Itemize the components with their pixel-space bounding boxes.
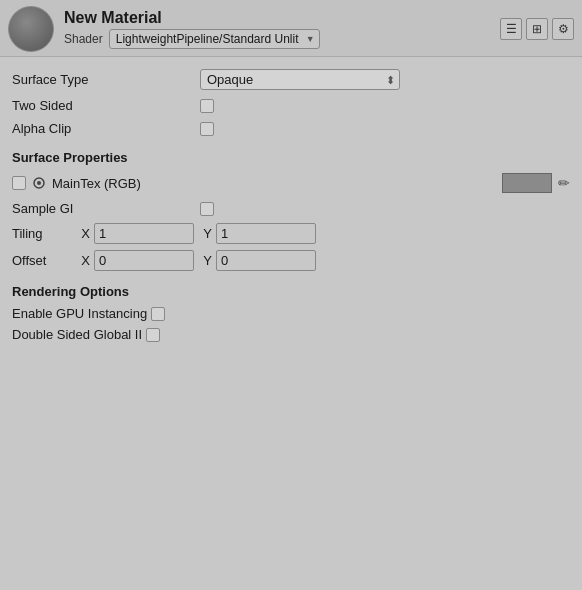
- tiling-x-input[interactable]: [94, 223, 194, 244]
- two-sided-label: Two Sided: [12, 98, 192, 113]
- surface-type-label: Surface Type: [12, 72, 192, 87]
- material-list-icon[interactable]: ☰: [500, 18, 522, 40]
- surface-properties-heading: Surface Properties: [12, 140, 570, 169]
- offset-row: Offset X Y: [12, 247, 570, 274]
- gpu-instancing-label: Enable GPU Instancing: [12, 306, 147, 321]
- header: New Material Shader LightweightPipeline/…: [0, 0, 582, 57]
- surface-type-dropdown[interactable]: OpaqueTransparent: [200, 69, 400, 90]
- svg-point-1: [37, 181, 41, 185]
- shader-row: Shader LightweightPipeline/Standard Unli…: [64, 29, 490, 49]
- tiling-label: Tiling: [12, 226, 72, 241]
- maintex-color-swatch[interactable]: [502, 173, 552, 193]
- maintex-checkbox[interactable]: [12, 176, 26, 190]
- surface-type-dropdown-wrap[interactable]: OpaqueTransparent: [200, 69, 400, 90]
- double-sided-label: Double Sided Global II: [12, 327, 142, 342]
- double-sided-row: Double Sided Global II: [12, 324, 570, 345]
- tiling-x-axis-label: X: [76, 226, 90, 241]
- shader-select-wrap[interactable]: LightweightPipeline/Standard Unlit: [109, 29, 320, 49]
- gpu-instancing-row: Enable GPU Instancing: [12, 303, 570, 324]
- header-info: New Material Shader LightweightPipeline/…: [64, 9, 490, 49]
- dot-icon[interactable]: [32, 176, 46, 190]
- material-title: New Material: [64, 9, 490, 27]
- offset-label: Offset: [12, 253, 72, 268]
- tiling-row: Tiling X Y: [12, 220, 570, 247]
- shader-label: Shader: [64, 32, 103, 46]
- maintex-label: MainTex (RGB): [52, 176, 496, 191]
- sample-gi-label: Sample GI: [12, 201, 192, 216]
- sample-gi-checkbox[interactable]: [200, 202, 214, 216]
- offset-y-axis-label: Y: [198, 253, 212, 268]
- offset-x-axis-label: X: [76, 253, 90, 268]
- rendering-options-heading: Rendering Options: [12, 274, 570, 303]
- two-sided-checkbox[interactable]: [200, 99, 214, 113]
- gpu-instancing-checkbox[interactable]: [151, 307, 165, 321]
- pencil-icon[interactable]: ✏: [558, 175, 570, 191]
- material-panel: New Material Shader LightweightPipeline/…: [0, 0, 582, 590]
- maintex-row: MainTex (RGB) ✏: [12, 169, 570, 197]
- content-area: Surface Type OpaqueTransparent Two Sided…: [0, 57, 582, 357]
- header-icons: ☰ ⊞ ⚙: [500, 18, 574, 40]
- surface-type-row: Surface Type OpaqueTransparent: [12, 65, 570, 94]
- settings-icon[interactable]: ⚙: [552, 18, 574, 40]
- alpha-clip-checkbox[interactable]: [200, 122, 214, 136]
- alpha-clip-row: Alpha Clip: [12, 117, 570, 140]
- material-preview-sphere: [8, 6, 54, 52]
- tiling-y-input[interactable]: [216, 223, 316, 244]
- shader-dropdown[interactable]: LightweightPipeline/Standard Unlit: [109, 29, 320, 49]
- alpha-clip-label: Alpha Clip: [12, 121, 192, 136]
- double-sided-checkbox[interactable]: [146, 328, 160, 342]
- tiling-y-axis-label: Y: [198, 226, 212, 241]
- grid-icon[interactable]: ⊞: [526, 18, 548, 40]
- offset-y-input[interactable]: [216, 250, 316, 271]
- sample-gi-row: Sample GI: [12, 197, 570, 220]
- two-sided-row: Two Sided: [12, 94, 570, 117]
- offset-x-input[interactable]: [94, 250, 194, 271]
